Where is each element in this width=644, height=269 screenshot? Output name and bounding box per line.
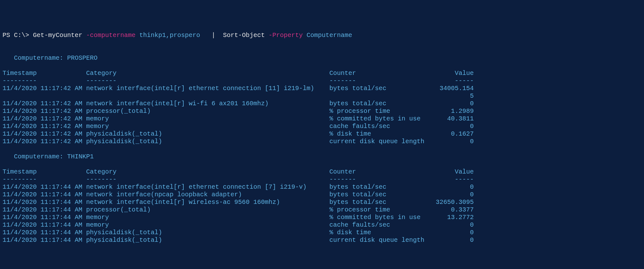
table-row: 11/4/2020 11:17:44 AM memory cache fault… (3, 221, 641, 229)
cmdlet-name: Get-myCounter (33, 32, 82, 39)
group-header: Computername: THINKP1 (3, 153, 641, 161)
table-row: 11/4/2020 11:17:42 AM physicaldisk(_tota… (3, 130, 641, 138)
table-row: 11/4/2020 11:17:44 AM network interface(… (3, 191, 641, 199)
column-separator: --------- -------- ------- ----- (3, 176, 641, 183)
parameter-name: -Property (265, 32, 303, 39)
prompt-prefix: PS C:\> (3, 32, 33, 39)
column-separator: --------- -------- ------- ----- (3, 77, 641, 85)
blank-line (3, 161, 641, 168)
table-row: 11/4/2020 11:17:42 AM processor(_total) … (3, 107, 641, 115)
table-row: 11/4/2020 11:17:42 AM memory % committed… (3, 115, 641, 123)
table-row: 11/4/2020 11:17:44 AM processor(_total) … (3, 206, 641, 214)
column-headers: Timestamp Category Counter Value (3, 70, 641, 77)
parameter-value: Computername (303, 32, 352, 39)
table-row: 11/4/2020 11:17:44 AM memory % committed… (3, 214, 641, 221)
table-row: 11/4/2020 11:17:44 AM physicaldisk(_tota… (3, 229, 641, 236)
terminal-output[interactable]: PS C:\> Get-myCounter -computername thin… (3, 32, 641, 244)
parameter-value: thinkp1,prospero (136, 32, 208, 39)
command-line: PS C:\> Get-myCounter -computername thin… (3, 32, 641, 39)
table-row: 11/4/2020 11:17:42 AM physicaldisk(_tota… (3, 138, 641, 145)
table-row: 11/4/2020 11:17:42 AM network interface(… (3, 100, 641, 107)
parameter-name: -computername (82, 32, 136, 39)
table-row: 11/4/2020 11:17:42 AM network interface(… (3, 85, 641, 92)
blank-line (3, 47, 641, 54)
cmdlet-name: Sort-Object (219, 32, 265, 39)
pipe-operator: | (208, 32, 219, 39)
table-row: 11/4/2020 11:17:44 AM physicaldisk(_tota… (3, 236, 641, 244)
table-row-overflow: 5 (3, 92, 641, 100)
group-header: Computername: PROSPERO (3, 54, 641, 62)
column-headers: Timestamp Category Counter Value (3, 168, 641, 176)
blank-line (3, 145, 641, 153)
blank-line (3, 39, 641, 47)
table-row: 11/4/2020 11:17:44 AM network interface(… (3, 183, 641, 191)
blank-line (3, 62, 641, 70)
table-row: 11/4/2020 11:17:44 AM network interface(… (3, 199, 641, 206)
table-row: 11/4/2020 11:17:42 AM memory cache fault… (3, 123, 641, 130)
